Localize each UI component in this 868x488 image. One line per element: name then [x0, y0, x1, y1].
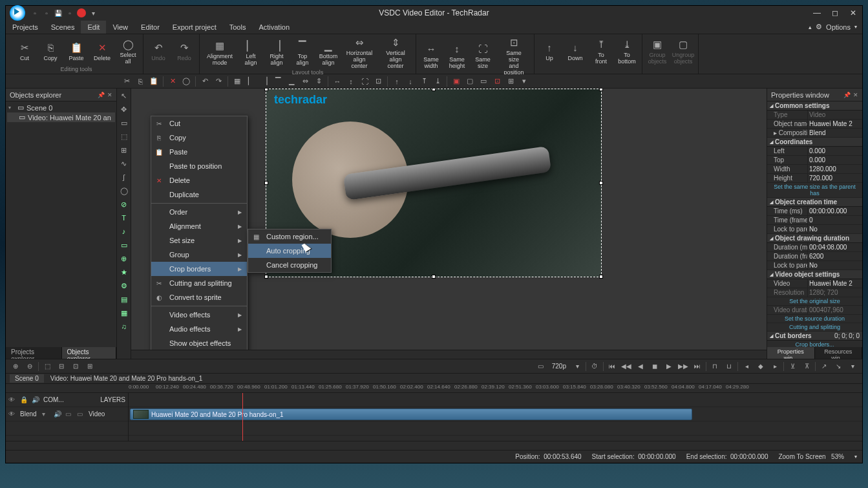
ribbon-bottom-align-button[interactable]: ▁Bottomalign [316, 36, 341, 69]
tl-b4-icon[interactable]: ⊞ [84, 361, 96, 372]
ctx-sub-custom-region-[interactable]: ▦Custom region... [248, 229, 331, 244]
prop-section-video-object-settings[interactable]: ◢Video object settings [767, 270, 862, 279]
ribbon-same-size-and-position-button[interactable]: ⊡Samesizeandposition [496, 36, 531, 76]
qat-saveall-icon[interactable]: ▫ [65, 8, 74, 17]
audio-icon[interactable]: 🔊 [32, 396, 41, 403]
tl-ex2-icon[interactable]: ⊼ [801, 361, 812, 372]
tree-video-row[interactable]: ▭ Video: Huawei Mate 20 an [7, 112, 115, 122]
timeline-ruler[interactable]: 0:00.00000:12.24000:24.48000:36.72000:48… [6, 383, 862, 392]
eye-icon[interactable]: 👁 [8, 396, 17, 403]
prop-link-set-the-source-duration[interactable]: Set the source duration [767, 315, 862, 323]
canvas-scrollbar-h[interactable] [131, 350, 767, 359]
tab-resources-window[interactable]: Resources win... [815, 347, 863, 359]
toolbox-tool-9[interactable]: T [118, 212, 130, 224]
record-icon[interactable] [77, 8, 86, 17]
tl-stop-icon[interactable]: ◼ [649, 361, 661, 372]
toolbox-tool-12[interactable]: ⊕ [118, 253, 130, 264]
qat-new-icon[interactable]: ▫ [30, 8, 39, 17]
toolbox-tool-1[interactable]: ✥ [118, 103, 130, 115]
toolbox-tool-15[interactable]: ▤ [118, 293, 130, 305]
prop-row-type[interactable]: TypeVideo [767, 111, 862, 120]
timeline-scrollbar-h[interactable] [6, 441, 862, 450]
options-label[interactable]: Options [826, 23, 851, 31]
ts-more-icon[interactable]: ▾ [518, 76, 530, 87]
toolbox-tool-3[interactable]: ⬚ [118, 131, 130, 142]
tl-mark3-icon[interactable]: ▸ [769, 361, 781, 372]
status-dropdown-icon[interactable]: ▾ [854, 454, 857, 460]
prop-row-lock-to-paren[interactable]: Lock to parenNo [767, 225, 862, 234]
context-menu[interactable]: ✂Cut⎘Copy📋PastePaste to position✕DeleteD… [151, 116, 248, 350]
ts-align2-icon[interactable]: ▏ [245, 76, 257, 87]
tl-b2-icon[interactable]: ⊟ [56, 361, 67, 372]
prop-section-common-settings[interactable]: ◢Common settings [767, 101, 862, 111]
ts-order1-icon[interactable]: ↑ [391, 76, 403, 87]
ribbon-right-align-button[interactable]: ▕Rightalign [264, 36, 289, 69]
menu-scenes[interactable]: Scenes [45, 21, 81, 34]
tab-objects-explorer[interactable]: Objects explorer [62, 347, 116, 359]
prop-row-object-name[interactable]: Object nameHuawei Mate 2 [767, 120, 862, 129]
toolbox-tool-7[interactable]: ◯ [118, 185, 130, 196]
prop-section-object-drawing-duration[interactable]: ◢Object drawing duration [767, 234, 862, 243]
collapse-ribbon-icon[interactable]: ▴ [809, 24, 812, 30]
ctx-alignment[interactable]: Alignment▶ [151, 219, 247, 233]
toolbox-tool-5[interactable]: ∿ [118, 158, 130, 169]
ctx-audio-effects[interactable]: Audio effects▶ [151, 322, 247, 336]
ts-order2-icon[interactable]: ↓ [405, 76, 416, 87]
menu-edit[interactable]: Edit [81, 21, 106, 34]
prop-row-duration-fra[interactable]: Duration (fra6200 [767, 252, 862, 261]
tl-last-icon[interactable]: ⏭ [692, 361, 703, 372]
prop-row-height[interactable]: Height720.000 [767, 174, 862, 183]
ts-order3-icon[interactable]: ⤒ [418, 76, 430, 87]
tl-ex3-icon[interactable]: ↗ [818, 361, 830, 372]
prop-link-set-the-same-size-as-the-parent-has[interactable]: Set the same size as the parent has [767, 183, 862, 198]
context-submenu-crop[interactable]: ▦Custom region...Auto croppingCancel cro… [248, 229, 332, 273]
qat-save-icon[interactable]: 💾 [54, 8, 63, 17]
ctx-delete[interactable]: ✕Delete [151, 173, 247, 187]
video-clip[interactable]: Huawei Mate 20 and Mate 20 Pro hands-on_… [130, 408, 692, 420]
prop-link-set-the-original-size[interactable]: Set the original size [767, 297, 862, 306]
toolbox-tool-10[interactable]: ♪ [118, 226, 130, 237]
track-header-blend[interactable]: 👁 Blend ▾ 🔊 ▭ ▭ Video [6, 407, 128, 421]
ribbon-copy-button[interactable]: ⎘Copy [38, 36, 63, 66]
ctx-copy[interactable]: ⎘Copy [151, 131, 247, 145]
tl-first-icon[interactable]: ⏮ [606, 361, 618, 372]
ribbon-same-size-button[interactable]: ⛶Samesize [471, 36, 495, 76]
toolbox-tool-6[interactable]: ∫ [118, 171, 130, 183]
scene-tab[interactable]: Scene 0 [10, 374, 44, 383]
tl-res-dd-icon[interactable]: ▾ [571, 361, 583, 372]
toolbox-tool-13[interactable]: ★ [118, 266, 130, 278]
ts-extra3-icon[interactable]: ⊞ [505, 76, 516, 87]
qat-dropdown-icon[interactable]: ▾ [89, 8, 98, 17]
tl-clock-icon[interactable]: ⏱ [589, 361, 600, 372]
tab-properties-window[interactable]: Properties win... [767, 347, 815, 359]
ribbon-vertical-align-center-button[interactable]: ⇕Verticalaligncenter [378, 36, 413, 69]
tl-mark2-icon[interactable]: ◆ [755, 361, 767, 372]
ribbon-delete-button[interactable]: ✕Delete [90, 36, 114, 66]
ribbon-alignment-mode-button[interactable]: ▦Alignmentmode [202, 36, 237, 69]
menu-export[interactable]: Export project [166, 21, 223, 34]
track-header-comp[interactable]: 👁 🔒 🔊 COM... LAYERS [6, 393, 128, 407]
ribbon-paste-button[interactable]: 📋Paste [64, 36, 89, 66]
ribbon-up-button[interactable]: ↑Up [537, 36, 562, 66]
ribbon-cut-button[interactable]: ✂Cut [12, 36, 37, 66]
menu-view[interactable]: View [106, 21, 134, 34]
ctx-convert-to-sprite[interactable]: ◐Convert to sprite [151, 290, 247, 304]
ts-order4-icon[interactable]: ⤓ [432, 76, 443, 87]
menu-editor[interactable]: Editor [134, 21, 166, 34]
ribbon-same-width-button[interactable]: ↔Samewidth [419, 36, 443, 76]
ts-grp1-icon[interactable]: ▣ [450, 76, 462, 87]
tl-ex4-icon[interactable]: ↘ [832, 361, 844, 372]
prop-row-duration-ms[interactable]: Duration (ms00:04:08.000 [767, 243, 862, 252]
prop-row-lock-to-paren[interactable]: Lock to parenNo [767, 261, 862, 270]
canvas[interactable]: techradar ✂Cut⎘Copy📋PastePaste to positi… [131, 89, 767, 350]
toolbox-tool-0[interactable]: ↖ [118, 90, 130, 101]
prop-row-video[interactable]: VideoHuawei Mate 2 [767, 279, 862, 288]
ts-copy-icon[interactable]: ⎘ [134, 76, 146, 87]
tl-ex1-icon[interactable]: ⊻ [787, 361, 798, 372]
tab-projects-explorer[interactable]: Projects explorer [6, 347, 62, 359]
options-dropdown-icon[interactable]: ▾ [854, 24, 857, 30]
tl-split1-icon[interactable]: ⊓ [709, 361, 721, 372]
ts-align7-icon[interactable]: ⇕ [313, 76, 324, 87]
ctx-set-size[interactable]: Set size▶ [151, 233, 247, 248]
eye-icon[interactable]: 👁 [8, 410, 17, 418]
